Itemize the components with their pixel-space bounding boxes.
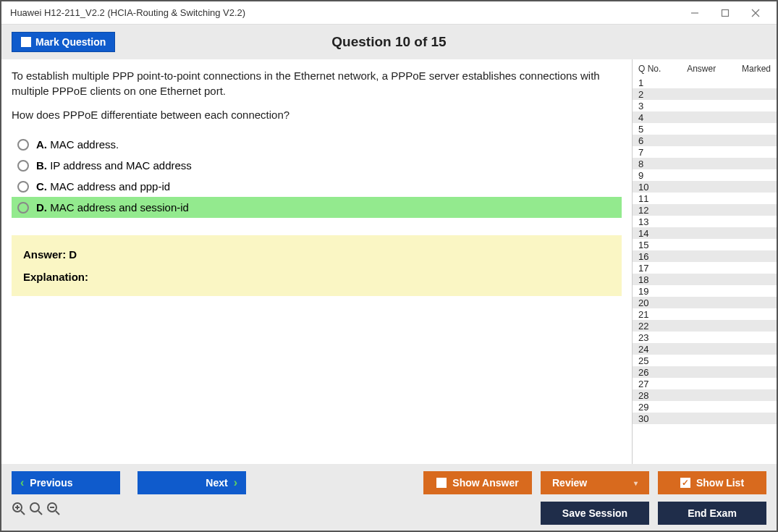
save-session-button[interactable]: Save Session — [541, 502, 649, 525]
question-text-1: To establish multiple PPP point-to-point… — [12, 68, 622, 98]
question-list-row[interactable]: 27 — [633, 378, 777, 389]
radio-icon — [17, 181, 29, 193]
app-window: Huawei H12-211_V2.2 (HCIA-Routing & Swit… — [0, 0, 778, 532]
previous-button[interactable]: ‹ Previous — [12, 471, 120, 494]
answer-label: Answer: D — [23, 248, 610, 261]
body-area: To establish multiple PPP point-to-point… — [1, 59, 777, 464]
question-list-row[interactable]: 30 — [633, 413, 777, 424]
question-list-row[interactable]: 20 — [633, 297, 777, 308]
question-list-row[interactable]: 12 — [633, 204, 777, 216]
svg-line-5 — [21, 511, 25, 515]
question-list-row[interactable]: 5 — [633, 123, 777, 135]
show-list-label: Show List — [696, 477, 744, 489]
question-list-row[interactable]: 10 — [633, 181, 777, 193]
option-label: A. MAC address. — [36, 138, 119, 151]
question-list-row[interactable]: 16 — [633, 250, 777, 262]
maximize-icon — [721, 9, 730, 17]
question-list-row[interactable]: 28 — [633, 389, 777, 401]
maximize-button[interactable] — [710, 3, 740, 23]
col-marked: Marked — [742, 64, 771, 74]
chevron-down-icon: ▾ — [634, 479, 638, 487]
next-button[interactable]: Next › — [138, 471, 246, 494]
footer-bar: ‹ Previous Next › — [1, 464, 777, 531]
question-list-row[interactable]: 15 — [633, 239, 777, 250]
question-list-row[interactable]: 13 — [633, 216, 777, 227]
question-list-row[interactable]: 3 — [633, 100, 777, 111]
checkbox-checked-icon: ✓ — [680, 478, 690, 488]
svg-line-11 — [56, 511, 59, 515]
question-list-row[interactable]: 11 — [633, 193, 777, 204]
answer-box: Answer: D Explanation: — [12, 235, 622, 296]
window-controls — [680, 3, 771, 23]
question-list-row[interactable]: 2 — [633, 88, 777, 100]
question-list-row[interactable]: 4 — [633, 111, 777, 123]
previous-label: Previous — [30, 477, 72, 489]
svg-line-9 — [38, 511, 42, 515]
radio-icon — [17, 202, 29, 214]
header-bar: Mark Question Question 10 of 15 — [1, 25, 777, 59]
zoom-in-icon[interactable] — [12, 502, 26, 520]
option-a[interactable]: A. MAC address. — [12, 134, 622, 155]
question-list-row[interactable]: 1 — [633, 77, 777, 88]
minimize-button[interactable] — [680, 3, 710, 23]
mark-question-button[interactable]: Mark Question — [12, 32, 115, 52]
question-list-row[interactable]: 21 — [633, 308, 777, 320]
option-c[interactable]: C. MAC address and ppp-id — [12, 176, 622, 197]
end-exam-button[interactable]: End Exam — [658, 502, 766, 525]
review-dropdown[interactable]: Review ▾ — [541, 471, 649, 494]
question-counter: Question 10 of 15 — [1, 34, 777, 50]
zoom-reset-icon[interactable] — [29, 502, 43, 520]
explanation-label: Explanation: — [23, 271, 610, 283]
col-qno: Q No. — [638, 64, 661, 74]
option-label: C. MAC address and ppp-id — [36, 180, 170, 193]
checkbox-icon — [436, 478, 447, 488]
zoom-out-icon[interactable] — [46, 502, 61, 520]
question-list-row[interactable]: 19 — [633, 285, 777, 297]
question-list-pane: Q No. Answer Marked 12345678910111213141… — [632, 59, 777, 464]
close-button[interactable] — [740, 3, 771, 23]
option-d[interactable]: D. MAC address and session-id — [12, 197, 622, 218]
question-pane: To establish multiple PPP point-to-point… — [1, 59, 632, 464]
save-session-label: Save Session — [562, 507, 627, 519]
question-list-row[interactable]: 6 — [633, 135, 777, 146]
option-label: D. MAC address and session-id — [36, 201, 189, 214]
question-list-row[interactable]: 9 — [633, 169, 777, 181]
options-list: A. MAC address. B. IP address and MAC ad… — [12, 134, 622, 218]
next-label: Next — [206, 477, 227, 489]
end-exam-label: End Exam — [688, 507, 737, 519]
question-list-row[interactable]: 25 — [633, 355, 777, 366]
col-answer: Answer — [687, 64, 716, 74]
radio-icon — [17, 160, 29, 172]
question-list-row[interactable]: 18 — [633, 274, 777, 285]
question-list-row[interactable]: 14 — [633, 227, 777, 239]
svg-point-8 — [30, 503, 39, 512]
question-text-2: How does PPPoE differentiate between eac… — [12, 109, 622, 121]
question-list-row[interactable]: 17 — [633, 262, 777, 274]
mark-question-label: Mark Question — [35, 36, 106, 48]
question-list[interactable]: 1234567891011121314151617181920212223242… — [633, 77, 777, 464]
show-answer-label: Show Answer — [452, 477, 518, 489]
question-list-row[interactable]: 7 — [633, 146, 777, 158]
question-list-row[interactable]: 23 — [633, 332, 777, 343]
option-b[interactable]: B. IP address and MAC address — [12, 155, 622, 176]
svg-rect-1 — [722, 9, 729, 16]
titlebar: Huawei H12-211_V2.2 (HCIA-Routing & Swit… — [1, 1, 777, 25]
question-list-header: Q No. Answer Marked — [633, 59, 777, 77]
question-list-row[interactable]: 26 — [633, 366, 777, 378]
window-title: Huawei H12-211_V2.2 (HCIA-Routing & Swit… — [10, 7, 245, 18]
question-list-row[interactable]: 8 — [633, 158, 777, 169]
chevron-right-icon: › — [234, 476, 237, 489]
radio-icon — [17, 139, 29, 151]
question-list-row[interactable]: 22 — [633, 320, 777, 332]
review-label: Review — [552, 477, 587, 489]
checkbox-icon — [21, 37, 31, 47]
option-label: B. IP address and MAC address — [36, 159, 192, 172]
chevron-left-icon: ‹ — [20, 476, 24, 489]
show-list-button[interactable]: ✓ Show List — [658, 471, 766, 494]
close-icon — [751, 9, 760, 17]
show-answer-button[interactable]: Show Answer — [423, 471, 532, 494]
question-list-row[interactable]: 24 — [633, 343, 777, 355]
question-list-row[interactable]: 29 — [633, 401, 777, 413]
minimize-icon — [690, 9, 699, 17]
